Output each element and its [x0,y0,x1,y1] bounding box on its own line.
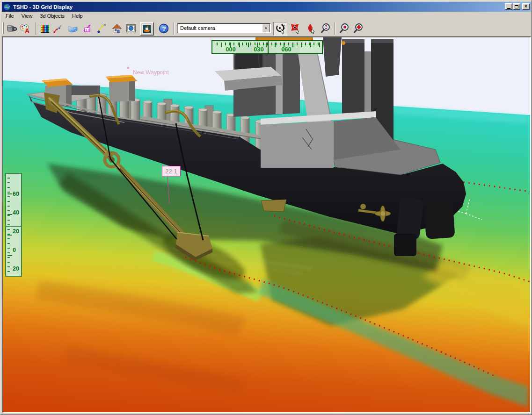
pan-camera-button[interactable] [289,22,301,35]
waypoint-marker[interactable] [127,67,129,69]
home-view-button[interactable] [111,22,123,35]
sea-surface-button[interactable] [67,22,79,35]
world-view-icon [125,23,137,34]
waypoint-label: New Waypoint [133,69,169,76]
camera-select-arrow[interactable]: ▼ [262,24,270,32]
ship-view-button[interactable] [140,22,154,36]
maximize-icon [515,5,518,8]
compass-label: 000 [221,46,240,53]
help-button[interactable]: ? [158,22,170,35]
menu-view[interactable]: View [18,12,36,20]
help-glyph: ? [162,25,166,32]
curve-path-icon [96,23,108,34]
compass-ticks-minor [213,43,321,45]
depth-scale-ticks-major [7,174,12,276]
rotate-camera-button[interactable] [273,22,287,36]
close-button[interactable]: × [522,3,530,10]
rotate-camera-icon [275,23,286,35]
camera-select[interactable]: Default camera ▼ [177,23,271,33]
toolbar-separator [35,22,36,35]
depth-scale-label: 60 [13,191,23,197]
heading-compass: 000 030 060 [211,40,323,54]
toolbar-separator [335,22,335,35]
zoom-camera-button[interactable] [320,22,332,35]
color-legend-icon [39,23,51,34]
curve-path-button[interactable] [96,22,108,35]
viewport-3d[interactable]: 000 030 060 60 40 20 0 20 New Waypoint 2… [2,36,531,413]
window-title: TSHD - 3D Grid Display [13,4,73,10]
depth-scale: 60 40 20 0 20 [5,173,22,277]
zoom-window-button[interactable] [338,22,350,35]
app-window: TSHD - 3D Grid Display × File View 3d Ob… [0,0,532,415]
measure-value: 1.3 [86,29,90,32]
zoom-extents-button[interactable] [352,22,364,35]
zoom-camera-icon [320,23,331,34]
app-globe-icon [3,3,11,11]
menubar: File View 3d Objects Help [2,12,531,20]
measure-distance-button[interactable]: 1.3 [81,22,93,35]
maximize-button[interactable] [513,3,520,10]
depth-scale-label: 20 [13,265,23,272]
menu-3d-objects[interactable]: 3d Objects [36,12,68,20]
track-editor-button[interactable] [52,22,64,35]
measure-distance-icon: 1.3 [81,23,93,34]
depth-scale-label: 20 [13,228,23,235]
depth-scale-label: 40 [13,209,23,216]
track-editor-icon [52,23,64,34]
scene-3d[interactable] [3,37,530,412]
menu-file[interactable]: File [2,12,18,20]
pan-camera-icon [290,23,301,34]
depth-scale-label: 0 [13,247,23,253]
menu-help[interactable]: Help [68,12,87,20]
camera-select-value: Default camera [178,25,262,31]
sea-surface-icon [67,23,79,34]
close-icon: × [525,4,527,9]
palette-font-button[interactable]: A [19,22,31,35]
minimize-icon [507,8,510,9]
world-view-button[interactable] [125,22,137,35]
scene-camera-button[interactable] [6,22,18,35]
elevate-camera-button[interactable] [305,22,317,35]
minimize-button[interactable] [505,3,512,10]
titlebar[interactable]: TSHD - 3D Grid Display [2,2,531,12]
depth-tag: 22.1 [162,166,181,176]
compass-label: 060 [277,46,296,53]
palette-font-icon: A [20,23,31,34]
elevate-camera-icon [305,23,316,34]
ship-view-icon [141,23,153,35]
toolbar-separator [174,22,175,35]
zoom-extents-icon [353,23,364,34]
toolbar-gripper[interactable] [2,22,4,34]
color-legend-button[interactable] [39,22,51,35]
compass-label: 030 [249,46,268,53]
home-view-icon [111,23,123,34]
palette-letter: A [25,27,29,34]
scene-camera-icon [7,23,18,34]
zoom-window-icon [339,23,350,34]
depth-scale-marker [6,226,21,227]
help-icon: ? [158,23,169,34]
